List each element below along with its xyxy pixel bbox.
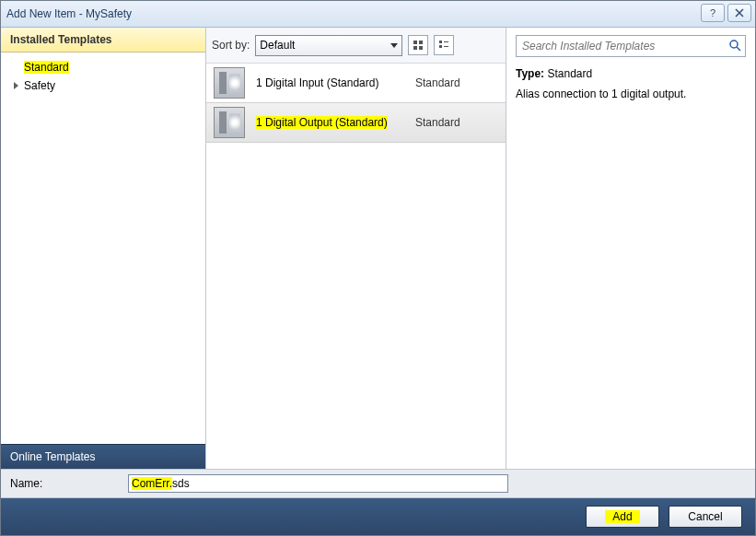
list-item[interactable]: 1 Digital Output (Standard) Standard — [206, 102, 506, 143]
toolbar: Sort by: Default — [206, 28, 506, 64]
svg-line-9 — [737, 47, 740, 51]
close-button[interactable] — [727, 4, 751, 22]
cancel-button[interactable]: Cancel — [669, 506, 742, 528]
template-icon — [214, 67, 245, 99]
svg-rect-2 — [413, 46, 417, 50]
expand-icon[interactable] — [14, 82, 18, 89]
svg-point-8 — [730, 41, 738, 48]
svg-rect-3 — [419, 46, 423, 50]
tree-label: Standard — [24, 61, 69, 74]
view-medium-icons-button[interactable] — [434, 35, 454, 55]
detail-description: Alias connection to 1 digital output. — [516, 87, 746, 101]
details-panel: Type: Standard Alias connection to 1 dig… — [506, 28, 755, 469]
add-button[interactable]: Add — [586, 506, 659, 528]
center-panel: Sort by: Default 1 Digital In — [206, 28, 506, 469]
name-value-highlight: ComErr. — [132, 477, 172, 490]
sort-dropdown[interactable]: Default — [255, 35, 402, 56]
window-title: Add New Item - MySafety — [6, 7, 132, 20]
sidebar: Installed Templates Standard Safety Onli… — [1, 28, 206, 469]
view-small-icons-button[interactable] — [408, 35, 428, 55]
dialog-window: Add New Item - MySafety ? Installed Temp… — [0, 0, 756, 536]
template-list: 1 Digital Input (Standard) Standard 1 Di… — [206, 64, 506, 469]
name-label: Name: — [10, 477, 128, 490]
search-box[interactable] — [516, 35, 746, 57]
svg-rect-1 — [419, 41, 423, 44]
titlebar-buttons: ? — [701, 4, 751, 22]
item-kind: Standard — [415, 116, 498, 129]
svg-rect-0 — [413, 41, 417, 44]
tree-item-standard[interactable]: Standard — [1, 58, 205, 76]
type-value: Standard — [547, 67, 592, 80]
name-input[interactable]: ComErr.sds — [128, 474, 508, 493]
button-label: Add — [605, 510, 639, 523]
sort-value: Default — [260, 39, 295, 52]
detail-type: Type: Standard — [516, 66, 746, 81]
type-label: Type: — [516, 66, 544, 81]
footer: Add Cancel — [1, 498, 755, 535]
svg-rect-6 — [439, 45, 442, 48]
chevron-down-icon — [390, 43, 398, 48]
item-name: 1 Digital Output (Standard) — [256, 116, 415, 129]
name-value-rest: sds — [172, 477, 190, 490]
name-row: Name: ComErr.sds — [1, 470, 755, 498]
sort-label: Sort by: — [212, 39, 250, 52]
search-input[interactable] — [520, 39, 728, 53]
item-name: 1 Digital Input (Standard) — [256, 76, 415, 89]
dialog-body: Installed Templates Standard Safety Onli… — [1, 28, 755, 535]
sidebar-header: Installed Templates — [1, 28, 205, 52]
button-label: Cancel — [680, 510, 729, 523]
help-button[interactable]: ? — [701, 4, 725, 22]
svg-rect-7 — [444, 46, 448, 47]
titlebar: Add New Item - MySafety ? — [1, 1, 755, 28]
tree-item-safety[interactable]: Safety — [1, 76, 205, 95]
template-tree: Standard Safety — [1, 52, 205, 444]
item-kind: Standard — [415, 76, 498, 89]
svg-rect-4 — [439, 41, 442, 43]
template-icon — [214, 107, 245, 138]
svg-rect-5 — [444, 41, 448, 42]
tree-label: Safety — [24, 79, 55, 92]
search-icon[interactable] — [728, 39, 741, 54]
list-item[interactable]: 1 Digital Input (Standard) Standard — [206, 64, 506, 102]
content-area: Installed Templates Standard Safety Onli… — [1, 28, 755, 470]
online-templates[interactable]: Online Templates — [1, 444, 205, 469]
